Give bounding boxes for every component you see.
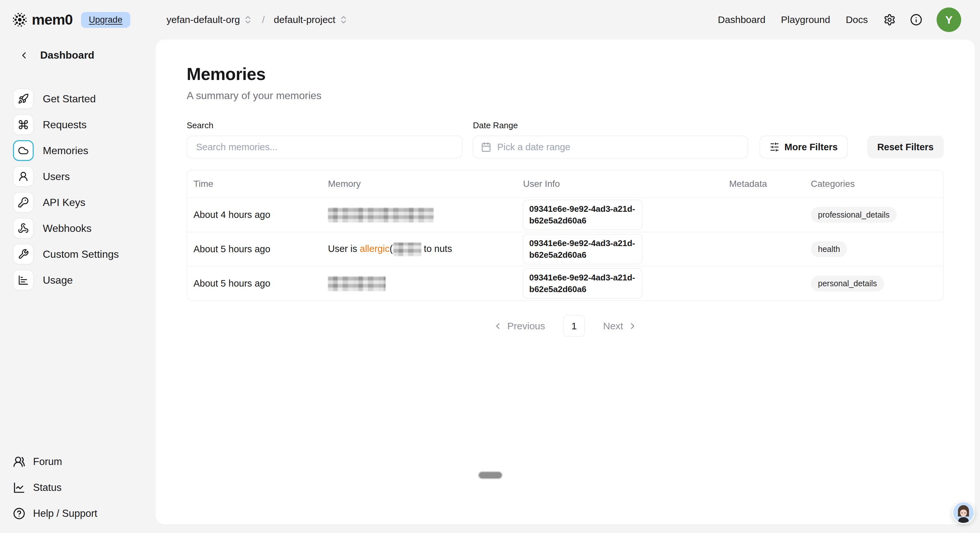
sidebar: Dashboard Get Started Requests Memories … bbox=[0, 40, 156, 533]
org-name: yefan-default-org bbox=[167, 14, 240, 25]
sidebar-item-webhooks[interactable]: Webhooks bbox=[0, 215, 156, 241]
memory-text: User is allergic(to nuts bbox=[321, 243, 516, 256]
sidebar-item-label: API Keys bbox=[43, 197, 86, 209]
chevron-left-icon bbox=[493, 321, 503, 331]
settings-gear-icon[interactable] bbox=[883, 14, 896, 26]
table-header-row: Time Memory User Info Metadata Categorie… bbox=[187, 170, 943, 198]
column-header-user-info: User Info bbox=[516, 179, 723, 189]
date-range-label: Date Range bbox=[473, 121, 748, 130]
sidebar-item-label: Custom Settings bbox=[43, 248, 119, 260]
sidebar-item-label: Get Started bbox=[43, 93, 96, 105]
memory-user-info: 09341e6e-9e92-4ad3-a21d-b62e5a2d60a6 bbox=[516, 234, 723, 264]
memories-page: { "colors": { "accent_cyan": "#2cb7da", … bbox=[0, 0, 980, 533]
user-id-badge: 09341e6e-9e92-4ad3-a21d-b62e5a2d60a6 bbox=[523, 268, 642, 298]
project-name: default-project bbox=[274, 14, 336, 25]
reset-filters-button[interactable]: Reset Filters bbox=[867, 136, 944, 159]
sidebar-item-users[interactable]: Users bbox=[0, 163, 156, 189]
next-page-button[interactable]: Next bbox=[598, 320, 638, 332]
sidebar-item-requests[interactable]: Requests bbox=[0, 112, 156, 138]
sidebar-footer: Forum Status Help / Support bbox=[0, 449, 156, 527]
sidebar-item-label: Help / Support bbox=[33, 508, 97, 519]
sidebar-item-label: Users bbox=[43, 171, 70, 182]
memory-time: About 5 hours ago bbox=[187, 278, 321, 289]
chart-line-icon bbox=[13, 482, 25, 494]
redacted-memory-block bbox=[328, 208, 434, 222]
users-icon bbox=[13, 455, 25, 468]
sidebar-item-usage[interactable]: Usage bbox=[0, 267, 156, 293]
sidebar-item-forum[interactable]: Forum bbox=[0, 449, 156, 475]
sidebar-item-label: Status bbox=[33, 482, 62, 493]
table-row[interactable]: About 5 hours ago User is allergic(to nu… bbox=[187, 232, 943, 266]
column-header-memory: Memory bbox=[321, 179, 516, 189]
sidebar-item-help-support[interactable]: Help / Support bbox=[0, 501, 156, 527]
memory-user-info: 09341e6e-9e92-4ad3-a21d-b62e5a2d60a6 bbox=[516, 268, 723, 298]
filters-row: Search Date Range Pick a date range More… bbox=[187, 121, 944, 159]
column-header-time: Time bbox=[187, 179, 321, 189]
nav-playground[interactable]: Playground bbox=[781, 14, 830, 25]
table-row[interactable]: About 4 hours ago 09341e6e-9e92-4ad3-a21… bbox=[187, 198, 943, 232]
sidebar-back-dashboard[interactable]: Dashboard bbox=[19, 49, 156, 61]
sidebar-item-label: Forum bbox=[33, 456, 62, 468]
category-pill: professional_details bbox=[811, 207, 897, 223]
previous-label: Previous bbox=[507, 320, 545, 332]
cloud-icon bbox=[13, 140, 34, 161]
table-row[interactable]: About 5 hours ago 09341e6e-9e92-4ad3-a21… bbox=[187, 266, 943, 300]
column-header-metadata: Metadata bbox=[723, 179, 802, 189]
help-circle-icon bbox=[13, 508, 25, 520]
chevron-right-icon bbox=[628, 321, 638, 331]
date-range-field-group: Date Range Pick a date range bbox=[473, 121, 748, 159]
sidebar-item-memories[interactable]: Memories bbox=[0, 138, 156, 163]
search-input[interactable] bbox=[187, 136, 463, 159]
mem0-logo[interactable]: mem0 bbox=[12, 11, 73, 28]
assistant-avatar-widget[interactable] bbox=[952, 501, 975, 524]
chevron-left-icon bbox=[19, 50, 29, 60]
page-title: Memories bbox=[187, 64, 944, 84]
sliders-icon bbox=[770, 142, 780, 152]
upgrade-button[interactable]: Upgrade bbox=[81, 12, 130, 28]
memory-user-info: 09341e6e-9e92-4ad3-a21d-b62e5a2d60a6 bbox=[516, 200, 723, 230]
wrench-icon bbox=[13, 244, 34, 265]
user-id-badge: 09341e6e-9e92-4ad3-a21d-b62e5a2d60a6 bbox=[523, 234, 642, 264]
category-pill: personal_details bbox=[811, 276, 884, 292]
user-icon bbox=[13, 166, 34, 187]
key-icon bbox=[13, 192, 34, 213]
nav-dashboard[interactable]: Dashboard bbox=[718, 14, 765, 25]
sidebar-item-get-started[interactable]: Get Started bbox=[0, 86, 156, 112]
more-filters-label: More Filters bbox=[784, 142, 838, 152]
info-icon[interactable] bbox=[910, 14, 922, 26]
bar-chart-icon bbox=[13, 270, 34, 290]
assistant-avatar-image bbox=[953, 502, 974, 523]
redacted-memory-block bbox=[393, 243, 421, 256]
sidebar-items: Get Started Requests Memories Users API … bbox=[0, 86, 156, 293]
sidebar-item-label: Memories bbox=[43, 145, 88, 157]
sidebar-item-api-keys[interactable]: API Keys bbox=[0, 189, 156, 215]
more-filters-button[interactable]: More Filters bbox=[760, 136, 848, 159]
search-field-group: Search bbox=[187, 121, 463, 159]
logo-wordmark: mem0 bbox=[32, 11, 73, 28]
next-label: Next bbox=[603, 320, 623, 332]
user-avatar[interactable]: Y bbox=[937, 8, 961, 32]
page-number-button[interactable]: 1 bbox=[563, 315, 585, 337]
sidebar-item-status[interactable]: Status bbox=[0, 475, 156, 501]
date-range-picker[interactable]: Pick a date range bbox=[473, 136, 748, 159]
sidebar-item-custom-settings[interactable]: Custom Settings bbox=[0, 241, 156, 267]
rocket-icon bbox=[13, 89, 34, 109]
previous-page-button[interactable]: Previous bbox=[493, 320, 550, 332]
memory-time: About 5 hours ago bbox=[187, 244, 321, 254]
project-selector[interactable]: default-project bbox=[274, 14, 348, 25]
breadcrumb-separator: / bbox=[262, 14, 264, 25]
command-icon bbox=[13, 114, 34, 135]
page-subtitle: A summary of your memories bbox=[187, 90, 944, 102]
reset-filters-label: Reset Filters bbox=[877, 142, 934, 152]
scrollbar-drag-handle[interactable] bbox=[478, 471, 503, 479]
org-selector[interactable]: yefan-default-org bbox=[167, 14, 253, 25]
sidebar-back-label: Dashboard bbox=[40, 49, 94, 61]
chevrons-up-down-icon bbox=[339, 15, 348, 25]
sidebar-item-label: Usage bbox=[43, 274, 73, 286]
nav-docs[interactable]: Docs bbox=[846, 14, 868, 25]
webhook-icon bbox=[13, 218, 34, 239]
pagination: Previous 1 Next bbox=[187, 315, 944, 337]
sidebar-item-label: Requests bbox=[43, 119, 86, 131]
main-content-card: Memories A summary of your memories Sear… bbox=[156, 40, 975, 525]
column-header-categories: Categories bbox=[802, 179, 943, 189]
